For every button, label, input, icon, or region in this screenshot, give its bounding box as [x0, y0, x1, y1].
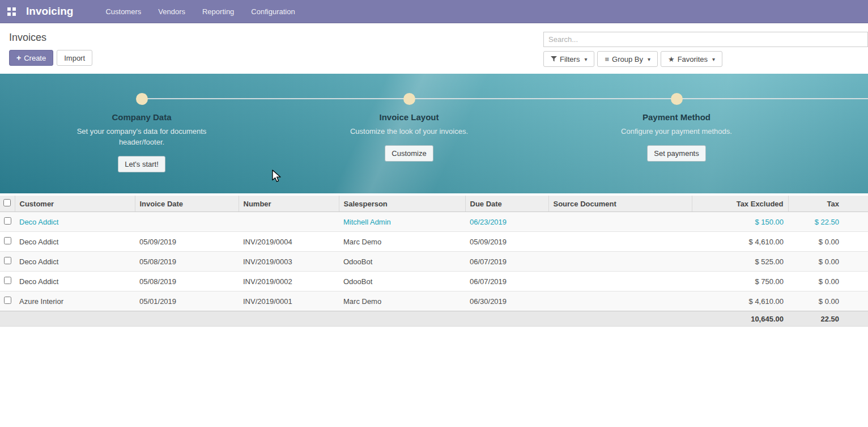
cell-tax-excluded: $ 150.00 — [692, 212, 788, 232]
search-input[interactable] — [543, 32, 868, 47]
cell-tax-excluded: $ 525.00 — [692, 252, 788, 272]
set-payments-button[interactable]: Set payments — [647, 145, 706, 162]
cell-customer: Deco Addict — [15, 252, 135, 272]
cell-tax-excluded: $ 4,610.00 — [692, 291, 788, 311]
step-title: Invoice Layout — [324, 112, 494, 122]
cell-customer: Deco Addict — [15, 212, 135, 232]
cell-number — [239, 212, 339, 232]
step-marker-icon — [136, 93, 148, 105]
app-name[interactable]: Invoicing — [26, 5, 73, 18]
row-checkbox[interactable] — [4, 237, 11, 244]
cell-invoice-date: 05/01/2019 — [135, 291, 239, 311]
cell-due-date: 06/07/2019 — [465, 272, 548, 291]
star-icon: ★ — [668, 55, 675, 64]
menu-customers[interactable]: Customers — [97, 0, 150, 23]
cell-source-document — [548, 252, 692, 272]
column-header-due-date[interactable]: Due Date — [465, 196, 548, 212]
step-description: Customize the look of your invoices. — [344, 126, 474, 137]
cell-source-document — [548, 272, 692, 291]
column-header-tax-excluded[interactable]: Tax Excluded — [692, 196, 788, 212]
menu-vendors[interactable]: Vendors — [150, 0, 194, 23]
create-button[interactable]: + Create — [9, 50, 53, 66]
onboarding-step-invoice-layout: Invoice Layout Customize the look of you… — [324, 93, 494, 162]
page-title: Invoices — [9, 32, 92, 44]
favorites-button[interactable]: ★ Favorites ▾ — [661, 51, 722, 67]
cell-invoice-date: 05/09/2019 — [135, 232, 239, 252]
chevron-down-icon: ▾ — [648, 56, 650, 62]
group-by-icon: ≡ — [605, 55, 609, 64]
cell-tax-excluded: $ 4,610.00 — [692, 232, 788, 252]
column-header-source-document[interactable]: Source Document — [548, 196, 692, 212]
table-row[interactable]: Deco Addict 05/08/2019 INV/2019/0002 Odo… — [0, 272, 868, 291]
table-row[interactable]: Deco Addict 05/09/2019 INV/2019/0004 Mar… — [0, 232, 868, 252]
top-navbar: Invoicing Customers Vendors Reporting Co… — [0, 0, 868, 23]
onboarding-step-payment-method: Payment Method Configure your payment me… — [592, 93, 761, 162]
menu-reporting[interactable]: Reporting — [194, 0, 242, 23]
import-button-label: Import — [64, 54, 85, 62]
total-tax-excluded: 10,645.00 — [692, 311, 788, 327]
cell-invoice-date: 05/08/2019 — [135, 252, 239, 272]
cell-salesperson: OdooBot — [339, 252, 465, 272]
cell-source-document — [548, 291, 692, 311]
cell-number: INV/2019/0001 — [239, 291, 339, 311]
column-header-invoice-date[interactable]: Invoice Date — [135, 196, 239, 212]
cell-due-date: 05/09/2019 — [465, 232, 548, 252]
plus-icon: + — [16, 54, 21, 62]
table-row[interactable]: Deco Addict Mitchell Admin 06/23/2019 $ … — [0, 212, 868, 232]
control-panel: Invoices + Create Import Filters ▾ ≡ Gro — [0, 23, 868, 74]
cell-salesperson: Marc Demo — [339, 232, 465, 252]
cell-tax: $ 0.00 — [788, 272, 868, 291]
step-description: Configure your payment methods. — [611, 126, 742, 137]
table-row[interactable]: Deco Addict 05/08/2019 INV/2019/0003 Odo… — [0, 252, 868, 272]
onboarding-banner: Company Data Set your company's data for… — [0, 74, 868, 193]
import-button[interactable]: Import — [57, 50, 92, 66]
cell-tax: $ 22.50 — [788, 212, 868, 232]
cell-tax-excluded: $ 750.00 — [692, 272, 788, 291]
cell-salesperson: Marc Demo — [339, 291, 465, 311]
totals-row: 10,645.00 22.50 — [0, 311, 868, 327]
cell-customer: Deco Addict — [15, 272, 135, 291]
row-checkbox[interactable] — [4, 257, 11, 264]
row-checkbox[interactable] — [4, 297, 11, 304]
step-marker-icon — [671, 93, 683, 105]
favorites-button-label: Favorites — [678, 55, 708, 64]
row-checkbox[interactable] — [4, 277, 11, 284]
cell-customer: Deco Addict — [15, 232, 135, 252]
cell-due-date: 06/07/2019 — [465, 252, 548, 272]
customize-button[interactable]: Customize — [385, 145, 433, 162]
filters-button-label: Filters — [560, 55, 580, 64]
chevron-down-icon: ▾ — [584, 56, 587, 62]
cell-due-date: 06/23/2019 — [465, 212, 548, 232]
group-by-button[interactable]: ≡ Group By ▾ — [597, 51, 658, 67]
cell-source-document — [548, 212, 692, 232]
filter-icon — [551, 55, 557, 64]
cell-salesperson: Mitchell Admin — [339, 212, 465, 232]
main-menu: Customers Vendors Reporting Configuratio… — [97, 0, 303, 23]
cell-due-date: 06/30/2019 — [465, 291, 548, 311]
create-button-label: Create — [24, 54, 46, 62]
select-all-checkbox[interactable] — [3, 199, 11, 206]
group-by-button-label: Group By — [612, 55, 643, 64]
table-row[interactable]: Azure Interior 05/01/2019 INV/2019/0001 … — [0, 291, 868, 311]
column-header-customer[interactable]: Customer — [15, 196, 135, 212]
cell-invoice-date — [135, 212, 239, 232]
cell-tax: $ 0.00 — [788, 291, 868, 311]
menu-configuration[interactable]: Configuration — [242, 0, 303, 23]
chevron-down-icon: ▾ — [712, 56, 715, 62]
cell-salesperson: OdooBot — [339, 272, 465, 291]
step-title: Payment Method — [592, 112, 761, 122]
apps-grid-icon[interactable] — [0, 0, 23, 23]
table-header-row: Customer Invoice Date Number Salesperson… — [0, 196, 868, 212]
cell-number: INV/2019/0002 — [239, 272, 339, 291]
column-header-salesperson[interactable]: Salesperson — [339, 196, 465, 212]
row-checkbox[interactable] — [4, 217, 11, 225]
column-header-number[interactable]: Number — [239, 196, 339, 212]
lets-start-button[interactable]: Let's start! — [118, 156, 165, 172]
filters-button[interactable]: Filters ▾ — [543, 51, 594, 67]
step-title: Company Data — [57, 112, 227, 122]
cell-number: INV/2019/0003 — [239, 252, 339, 272]
cell-number: INV/2019/0004 — [239, 232, 339, 252]
column-header-tax[interactable]: Tax — [788, 196, 868, 212]
cell-source-document — [548, 232, 692, 252]
cell-tax: $ 0.00 — [788, 252, 868, 272]
